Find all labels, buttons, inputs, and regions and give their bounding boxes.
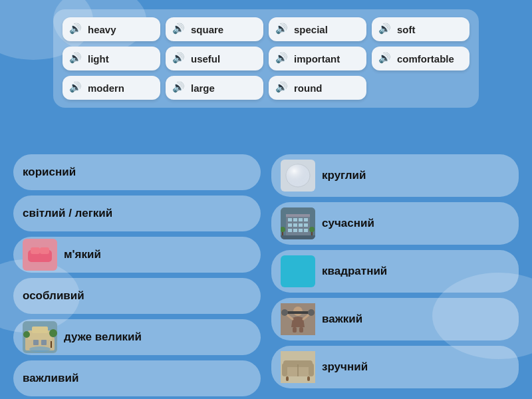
svg-rect-49 — [309, 363, 314, 376]
word-card-round[interactable]: 🔊 round — [269, 76, 366, 100]
word-card-important[interactable]: 🔊 important — [269, 47, 366, 70]
svg-rect-6 — [32, 327, 48, 333]
svg-rect-20 — [299, 218, 303, 221]
word-label-square: square — [191, 24, 223, 35]
left-match-column: корисний світлий / легкий м'який особлив… — [13, 154, 261, 392]
round-image — [281, 160, 315, 192]
svg-rect-1 — [31, 247, 40, 254]
speaker-icon-round: 🔊 — [275, 81, 289, 94]
svg-rect-22 — [288, 223, 292, 227]
svg-point-41 — [281, 309, 288, 316]
svg-rect-27 — [293, 229, 297, 232]
svg-rect-35 — [286, 261, 310, 282]
svg-point-42 — [308, 309, 315, 316]
word-label-useful: useful — [191, 53, 220, 65]
match-item-soft[interactable]: м'який — [13, 237, 261, 273]
modern-image — [281, 207, 315, 239]
match-text-important: важливий — [23, 372, 78, 385]
svg-point-34 — [309, 227, 315, 232]
svg-rect-11 — [51, 341, 52, 348]
svg-rect-30 — [281, 235, 315, 239]
match-item-round[interactable]: круглий — [271, 154, 519, 197]
large-image — [23, 321, 57, 353]
svg-point-12 — [29, 346, 51, 352]
match-text-large: дуже великий — [64, 331, 142, 344]
svg-rect-24 — [299, 223, 303, 227]
svg-rect-28 — [299, 229, 303, 232]
svg-rect-2 — [40, 247, 49, 254]
match-text-special: особливий — [23, 289, 84, 303]
word-card-soft[interactable]: 🔊 soft — [372, 17, 469, 41]
comfortable-image — [281, 351, 315, 383]
match-text-round: круглий — [322, 169, 366, 182]
match-item-modern[interactable]: сучасний — [271, 202, 519, 245]
svg-rect-18 — [288, 218, 292, 221]
svg-rect-29 — [304, 229, 308, 232]
right-match-column: круглий — [271, 154, 519, 392]
word-card-special[interactable]: 🔊 special — [269, 17, 366, 41]
word-label-soft: soft — [397, 24, 416, 35]
word-card-square[interactable]: 🔊 square — [166, 17, 263, 41]
word-card-heavy[interactable]: 🔊 heavy — [63, 17, 160, 41]
svg-rect-19 — [293, 218, 297, 221]
match-text-useful: корисний — [23, 166, 76, 179]
word-panel: 🔊 heavy 🔊 square 🔊 special 🔊 soft 🔊 ligh… — [53, 9, 479, 108]
match-item-special[interactable]: особливий — [13, 278, 261, 314]
word-card-large[interactable]: 🔊 large — [166, 76, 263, 100]
match-text-modern: сучасний — [322, 217, 374, 230]
word-label-light: light — [88, 53, 109, 65]
speaker-icon-important: 🔊 — [275, 52, 289, 65]
svg-rect-21 — [304, 218, 308, 221]
svg-rect-43 — [293, 327, 297, 332]
word-card-modern[interactable]: 🔊 modern — [63, 76, 160, 100]
svg-rect-48 — [282, 363, 287, 376]
match-item-comfortable[interactable]: зручний — [271, 346, 519, 388]
speaker-icon-heavy: 🔊 — [69, 23, 82, 36]
match-item-light[interactable]: світлий / легкий — [13, 196, 261, 231]
square-image — [281, 255, 315, 287]
word-label-important: important — [294, 53, 340, 65]
speaker-icon-large: 🔊 — [172, 81, 186, 94]
word-label-heavy: heavy — [88, 24, 116, 35]
svg-rect-23 — [293, 223, 297, 227]
word-card-comfortable[interactable]: 🔊 comfortable — [372, 47, 469, 70]
speaker-icon-comfortable: 🔊 — [378, 52, 392, 65]
svg-rect-52 — [307, 376, 310, 381]
match-text-square: квадратний — [322, 265, 387, 278]
svg-rect-26 — [288, 229, 292, 232]
match-text-light: світлий / легкий — [23, 207, 112, 220]
word-card-useful[interactable]: 🔊 useful — [166, 47, 263, 70]
soft-image — [23, 239, 57, 271]
match-item-heavy[interactable]: важкий — [271, 298, 519, 340]
speaker-icon-modern: 🔊 — [69, 81, 82, 94]
match-text-heavy: важкий — [322, 313, 362, 326]
match-text-soft: м'який — [64, 248, 101, 261]
svg-rect-44 — [299, 327, 303, 332]
heavy-image — [281, 303, 315, 335]
svg-rect-25 — [304, 223, 308, 227]
svg-point-14 — [286, 164, 310, 187]
svg-rect-51 — [286, 376, 289, 381]
match-item-useful[interactable]: корисний — [13, 154, 261, 190]
match-item-important[interactable]: важливий — [13, 360, 261, 396]
svg-rect-17 — [286, 214, 310, 217]
word-label-special: special — [294, 24, 328, 35]
speaker-icon-soft: 🔊 — [378, 23, 392, 36]
speaker-icon-light: 🔊 — [69, 52, 82, 65]
svg-point-10 — [49, 329, 57, 337]
word-label-large: large — [191, 82, 215, 94]
svg-point-9 — [23, 331, 30, 338]
speaker-icon-special: 🔊 — [275, 23, 289, 36]
match-text-comfortable: зручний — [322, 360, 368, 374]
match-item-square[interactable]: квадратний — [271, 250, 519, 293]
svg-rect-8 — [41, 340, 47, 345]
word-label-round: round — [294, 82, 323, 94]
svg-rect-7 — [33, 340, 39, 345]
word-label-comfortable: comfortable — [397, 53, 454, 65]
match-area: корисний світлий / легкий м'який особлив… — [0, 148, 532, 399]
word-card-light[interactable]: 🔊 light — [63, 47, 160, 70]
speaker-icon-useful: 🔊 — [172, 52, 186, 65]
speaker-icon-square: 🔊 — [172, 23, 186, 36]
match-item-large[interactable]: дуже великий — [13, 319, 261, 355]
word-label-modern: modern — [88, 82, 124, 94]
